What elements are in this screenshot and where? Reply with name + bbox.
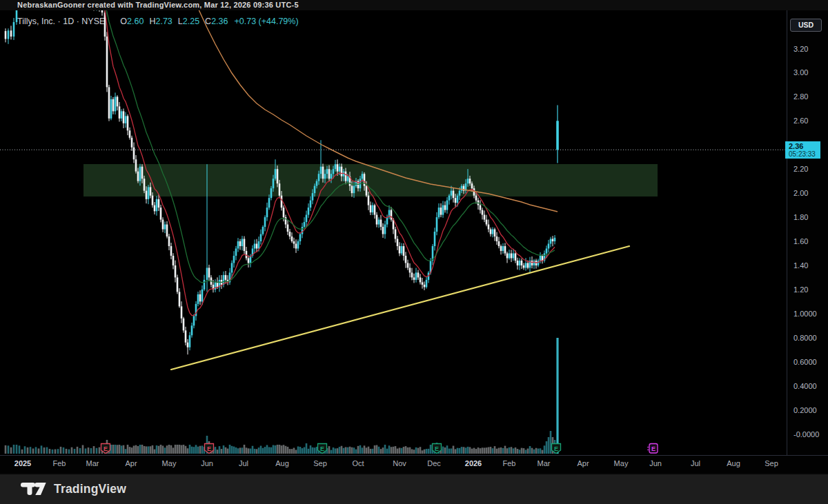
time-axis-year-label: 2026 <box>465 459 482 467</box>
current-candle-body <box>556 121 559 150</box>
time-axis-month-label: Aug <box>727 459 740 467</box>
svg-text:E: E <box>554 445 558 452</box>
svg-text:E: E <box>435 445 439 452</box>
price-tick-label: 2.20 <box>793 164 808 174</box>
time-axis-month-label: May <box>162 459 177 467</box>
time-axis-month-label: Jun <box>201 459 213 467</box>
price-tick-label: 1.80 <box>793 212 808 222</box>
svg-text:E: E <box>103 445 108 452</box>
price-tick-label: 1.40 <box>793 261 808 270</box>
price-tick-label: 3.20 <box>793 44 808 54</box>
attribution-text: NebraskanGooner created with TradingView… <box>17 1 299 9</box>
price-tick-label: -0.0000 <box>793 430 819 439</box>
time-axis-month-label: Sep <box>313 459 327 467</box>
time-axis-month-label: Aug <box>275 459 289 467</box>
last-price-value: 2.36 <box>789 142 820 150</box>
ma-mid-line <box>105 5 555 283</box>
time-axis-month-label: Jun <box>649 459 662 467</box>
last-price-label[interactable]: 2.36 05:23:33 <box>785 141 820 159</box>
price-tick-label: 0.8000 <box>793 333 817 343</box>
price-axis[interactable]: USD 3.203.002.802.602.402.202.001.801.60… <box>787 0 828 455</box>
time-axis-month-label: Feb <box>53 459 66 467</box>
time-axis-month-label: Apr <box>125 459 137 467</box>
current-volume-spike <box>556 338 558 454</box>
time-axis-month-label: Apr <box>577 459 589 467</box>
tradingview-logo-icon[interactable] <box>21 483 47 496</box>
earnings-icon[interactable]: E <box>433 444 442 454</box>
time-axis-month-label: Oct <box>352 459 364 467</box>
bar-countdown: 05:23:33 <box>789 150 820 158</box>
svg-text:E: E <box>651 445 656 452</box>
price-tick-label: 2.00 <box>793 188 808 198</box>
time-axis-month-label: Feb <box>503 459 516 467</box>
price-tick-label: 1.0000 <box>793 309 817 319</box>
price-tick-label: 2.80 <box>793 92 808 101</box>
earnings-icon[interactable]: E <box>647 444 658 454</box>
svg-text:E: E <box>320 445 324 452</box>
tradingview-brand-text[interactable]: TradingView <box>54 482 126 496</box>
trendline-drawing[interactable] <box>171 246 629 370</box>
price-tick-label: 1.20 <box>793 285 808 294</box>
time-axis-year-label: 2025 <box>14 459 31 467</box>
earnings-icon[interactable]: E <box>205 444 214 454</box>
time-axis-month-label: Jul <box>239 459 248 467</box>
attribution-bar: NebraskanGooner created with TradingView… <box>0 0 828 10</box>
footer-bar: TradingView <box>0 473 828 504</box>
price-tick-label: 0.4000 <box>793 381 817 391</box>
time-axis-month-label: Jul <box>691 459 700 467</box>
price-chart-canvas[interactable]: EEEEEE <box>0 0 787 455</box>
price-tick-label: 1.60 <box>793 236 808 246</box>
time-axis-month-label: May <box>614 459 629 467</box>
tradingview-chart-window: Tillys, Inc. · 1D · NYSEO2.60H2.73L2.25C… <box>0 0 828 504</box>
price-tick-label: 0.6000 <box>793 357 817 367</box>
price-tick-label: 0.2000 <box>793 405 817 415</box>
price-tick-label: 3.00 <box>793 68 808 77</box>
price-tick-label: 2.60 <box>793 116 808 125</box>
ma-fast-line <box>105 10 555 316</box>
svg-text:E: E <box>207 445 211 452</box>
time-axis-month-label: Mar <box>538 459 551 467</box>
time-axis[interactable]: 2025FebMarAprMayJunJulAugSepOctNovDec202… <box>0 455 828 473</box>
time-axis-month-label: Sep <box>765 459 778 467</box>
time-axis-month-label: Nov <box>393 459 406 467</box>
currency-button[interactable]: USD <box>790 19 822 32</box>
time-axis-month-label: Mar <box>86 459 99 467</box>
volume-bars <box>5 431 556 454</box>
time-axis-month-label: Dec <box>427 459 441 467</box>
